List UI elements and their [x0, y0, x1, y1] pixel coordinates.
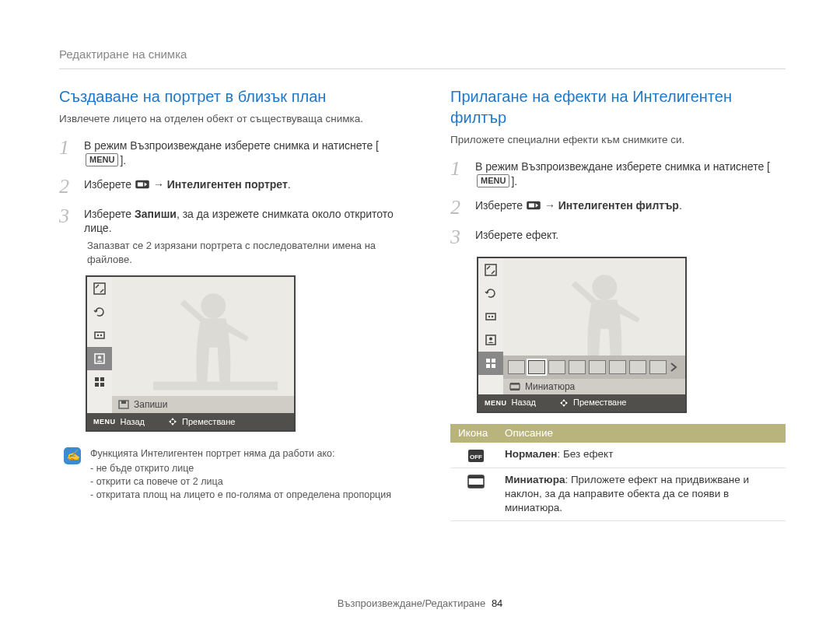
thumb-icon: [569, 360, 586, 374]
svg-rect-5: [95, 332, 104, 338]
svg-point-22: [488, 316, 490, 317]
step-text: .: [679, 199, 682, 212]
miniature-effect-icon: [467, 475, 485, 489]
note-title: Функцията Интелигентен портрет няма да р…: [90, 447, 391, 461]
table-row: Миниатюра: Приложете ефект на придвижван…: [450, 468, 786, 521]
screen-caption: Запиши: [134, 398, 167, 411]
step-bold: Интелигентен портрет: [167, 178, 288, 191]
step-subtext: Запазват се 2 изрязани портрета с послед…: [87, 239, 394, 266]
step-text: ].: [120, 154, 126, 166]
svg-point-7: [100, 335, 102, 336]
svg-point-25: [489, 337, 492, 340]
svg-point-2: [201, 294, 226, 319]
screen-bottom-bar: MENUНазад Преместване: [478, 394, 685, 412]
step-number: 3: [59, 205, 73, 267]
step-text: В режим Възпроизвеждане изберете снимка …: [475, 160, 770, 173]
svg-rect-26: [486, 359, 490, 363]
effect-filmstrip: [503, 356, 685, 379]
bar-back-label: Назад: [121, 416, 145, 428]
side-toolbar: [478, 258, 503, 394]
svg-text:OFF: OFF: [470, 454, 482, 461]
step-text: ].: [511, 175, 517, 187]
dpad-icon: [559, 398, 569, 408]
svg-point-18: [592, 275, 617, 299]
section-title-left: Създаване на портрет в близък план: [59, 86, 394, 107]
note-item: откритата площ на лицето е по-голяма от …: [90, 489, 391, 502]
svg-rect-10: [95, 377, 99, 381]
step-arrow: →: [150, 178, 167, 191]
page-number: 84: [492, 597, 502, 609]
page-footer: Възпроизвеждане/Редактиране 84: [0, 597, 840, 611]
svg-point-6: [97, 335, 99, 336]
menu-tag: MENU: [93, 417, 116, 426]
dpad-icon: [168, 417, 177, 426]
svg-rect-12: [95, 383, 99, 387]
info-icon: ✍: [64, 447, 81, 464]
right-column: Прилагане на ефекти на Интелигентен филт…: [450, 86, 786, 520]
table-header: Икона Описание: [450, 424, 786, 443]
resize-icon: [478, 258, 503, 282]
menu-tag: MENU: [485, 398, 507, 408]
note-box: ✍ Функцията Интелигентен портрет няма да…: [59, 443, 394, 506]
thumb-icon: [589, 360, 606, 374]
lead-left: Извлечете лицето на отделен обект от същ…: [59, 112, 394, 126]
step-1-right: 1 В режим Възпроизвеждане изберете снимк…: [450, 158, 786, 189]
step-text: Изберете: [84, 178, 135, 191]
svg-rect-21: [486, 313, 495, 320]
row-bold: Нормален: [505, 448, 557, 460]
thumb-icon: [629, 360, 646, 374]
breadcrumb: Редактиране на снимка: [59, 47, 786, 69]
step-3-left: 3 Изберете Запиши, за да изрежете снимка…: [59, 205, 394, 267]
edit-icon: [527, 200, 541, 211]
screen-caption: Миниатюра: [525, 380, 575, 393]
svg-rect-13: [100, 383, 104, 387]
bar-move-label: Преместване: [182, 416, 235, 428]
svg-rect-11: [100, 377, 104, 381]
step-2-right: 2 Изберете → Интелигентен филтър.: [450, 197, 786, 218]
grid-icon: [87, 370, 112, 394]
step-number: 2: [59, 176, 73, 197]
row-rest: : Без ефект: [557, 448, 613, 460]
chevron-right-icon: [670, 362, 677, 373]
portrait-icon: [87, 347, 112, 370]
step-bold: Запиши: [135, 208, 177, 220]
step-text: Изберете ефект.: [475, 229, 558, 241]
svg-rect-36: [468, 475, 484, 478]
svg-rect-31: [510, 383, 520, 384]
step-text: Изберете: [475, 199, 526, 212]
left-column: Създаване на портрет в близък план Извле…: [59, 86, 394, 520]
step-number: 3: [450, 226, 464, 247]
menu-button-label: MENU: [477, 174, 509, 187]
save-icon: [118, 400, 129, 409]
section-title-right: Прилагане на ефекти на Интелигентен филт…: [450, 86, 786, 128]
normal-effect-icon: OFF: [467, 449, 485, 463]
svg-rect-15: [121, 401, 126, 404]
thumb-icon: [609, 360, 626, 374]
svg-rect-3: [153, 382, 278, 391]
svg-rect-27: [492, 359, 495, 363]
svg-point-9: [98, 356, 101, 359]
side-toolbar: [87, 277, 112, 413]
svg-rect-32: [510, 389, 520, 391]
portrait-icon: [478, 328, 503, 352]
silhouette-icon: [149, 283, 282, 408]
effect-icon: [87, 324, 112, 347]
thumb-icon: [649, 360, 667, 374]
svg-rect-20: [485, 264, 496, 275]
screen-bottom-bar: MENUНазад Преместване: [87, 413, 294, 430]
step-number: 1: [450, 158, 464, 189]
th-icon: Икона: [450, 426, 502, 440]
footer-section: Възпроизвеждане/Редактиране: [338, 597, 486, 609]
row-bold: Миниатюра: [505, 474, 565, 485]
bar-back-label: Назад: [512, 397, 537, 408]
svg-rect-1: [138, 183, 143, 187]
step-bold: Интелигентен филтър: [558, 199, 679, 212]
edit-icon: [135, 179, 149, 190]
effect-icon: [478, 305, 503, 328]
thumb-icon: [528, 360, 545, 374]
resize-icon: [87, 277, 112, 300]
step-text: .: [288, 178, 291, 191]
step-text: Изберете: [84, 208, 135, 220]
step-3-right: 3 Изберете ефект.: [450, 226, 786, 247]
miniature-icon: [509, 382, 520, 391]
